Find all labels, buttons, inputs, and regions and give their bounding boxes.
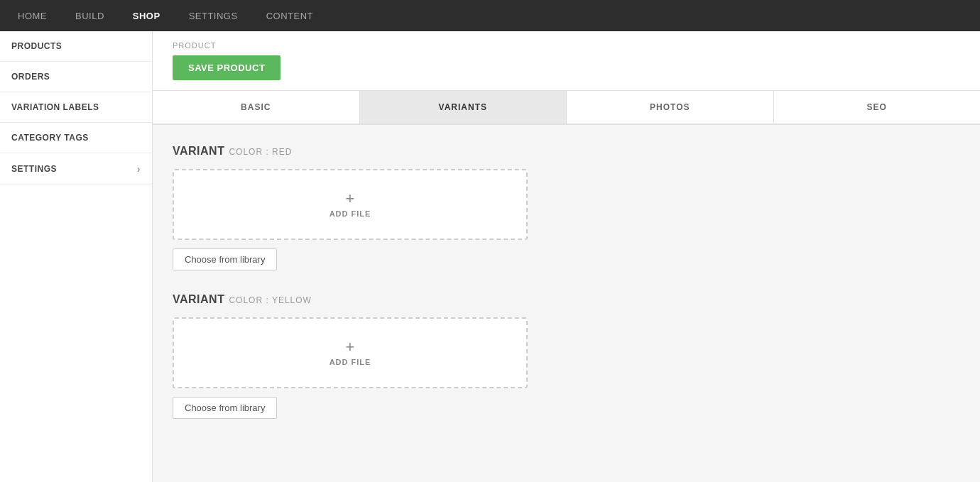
chevron-right-icon: › [137,163,141,175]
sidebar-item-orders-label: ORDERS [11,72,50,82]
variant-red-choose-library-button[interactable]: Choose from library [173,248,277,270]
variant-red-color-label: COLOR : RED [229,147,292,157]
sidebar-item-category-tags-label: CATEGORY TAGS [11,133,89,143]
variant-red-title: VARIANTCOLOR : RED [173,145,960,158]
save-product-button[interactable]: SAVE PRODUCT [173,55,281,80]
nav-home[interactable]: HOME [14,11,50,21]
tab-photos[interactable]: PHOTOS [567,91,774,124]
sidebar-item-products-label: PRODUCTS [11,41,62,51]
product-header: PRODUCT SAVE PRODUCT [153,31,980,91]
variants-content: VARIANTCOLOR : RED + ADD FILE Choose fro… [153,125,980,461]
variant-section-red: VARIANTCOLOR : RED + ADD FILE Choose fro… [173,145,960,270]
sidebar-item-orders[interactable]: ORDERS [0,62,152,92]
product-section-label: PRODUCT [173,41,960,50]
nav-build[interactable]: BUILD [72,11,108,21]
sidebar-item-products[interactable]: PRODUCTS [0,31,152,62]
top-navigation: HOME BUILD SHOP SETTINGS CONTENT [0,0,980,31]
variant-yellow-file-dropzone[interactable]: + ADD FILE [173,317,528,388]
nav-content[interactable]: CONTENT [263,11,317,21]
product-tabs: BASIC VARIANTS PHOTOS SEO [153,91,980,125]
variant-yellow-color-label: COLOR : YELLOW [229,295,311,305]
tab-seo[interactable]: SEO [774,91,981,124]
nav-shop[interactable]: SHOP [129,11,164,21]
plus-icon: + [346,191,355,207]
content-area: PRODUCT SAVE PRODUCT BASIC VARIANTS PHOT… [153,31,980,482]
sidebar-item-variation-labels[interactable]: VARIATION LABELS [0,92,152,123]
variant-yellow-title: VARIANTCOLOR : YELLOW [173,293,960,306]
sidebar-item-settings-label: SETTINGS [11,164,57,174]
variant-section-yellow: VARIANTCOLOR : YELLOW + ADD FILE Choose … [173,293,960,419]
variant-red-file-dropzone[interactable]: + ADD FILE [173,169,528,240]
variant-yellow-choose-library-button[interactable]: Choose from library [173,397,277,419]
variant-red-add-file-label: ADD FILE [330,209,371,218]
plus-icon-yellow: + [346,339,355,355]
nav-settings[interactable]: SETTINGS [185,11,241,21]
tab-basic[interactable]: BASIC [153,91,360,124]
tab-variants[interactable]: VARIANTS [360,91,567,124]
sidebar-item-variation-labels-label: VARIATION LABELS [11,102,99,112]
variant-yellow-add-file-label: ADD FILE [330,358,371,366]
main-layout: PRODUCTS ORDERS VARIATION LABELS CATEGOR… [0,31,980,482]
sidebar-item-category-tags[interactable]: CATEGORY TAGS [0,123,152,153]
sidebar-item-settings[interactable]: SETTINGS › [0,153,152,185]
sidebar: PRODUCTS ORDERS VARIATION LABELS CATEGOR… [0,31,153,482]
